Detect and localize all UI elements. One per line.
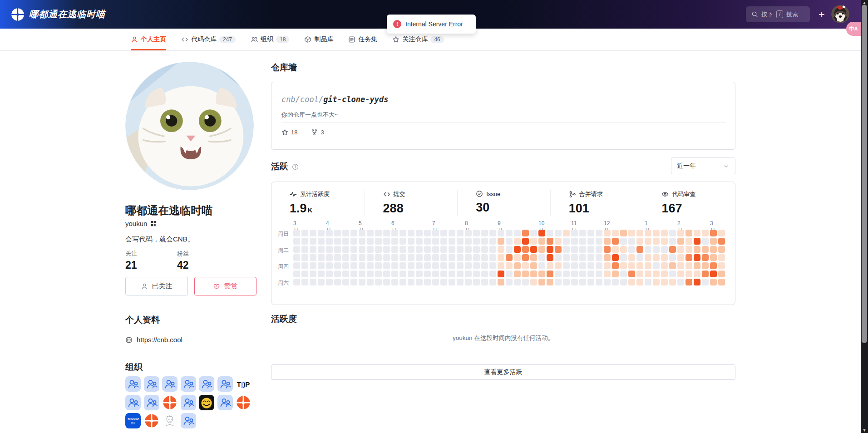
heatmap-cell[interactable] <box>449 262 455 269</box>
heatmap-cell[interactable] <box>718 262 725 269</box>
heatmap-cell[interactable] <box>645 246 651 253</box>
heatmap-cell[interactable] <box>391 246 398 253</box>
heatmap-cell[interactable] <box>326 254 333 261</box>
heatmap-cell[interactable] <box>522 230 529 236</box>
heatmap-cell[interactable] <box>383 230 390 236</box>
heatmap-cell[interactable] <box>399 271 406 277</box>
heatmap-cell[interactable] <box>293 238 300 245</box>
heatmap-cell[interactable] <box>514 254 521 261</box>
heatmap-cell[interactable] <box>367 262 374 269</box>
heatmap-cell[interactable] <box>375 254 382 261</box>
heatmap-cell[interactable] <box>457 279 464 285</box>
heatmap-cell[interactable] <box>383 254 390 261</box>
qr-code-icon[interactable] <box>150 220 157 227</box>
heatmap-cell[interactable] <box>587 246 594 253</box>
heatmap-cell[interactable] <box>375 230 382 236</box>
heatmap-cell[interactable] <box>677 279 684 285</box>
heatmap-cell[interactable] <box>645 254 651 261</box>
heatmap-cell[interactable] <box>326 262 333 269</box>
heatmap-cell[interactable] <box>326 246 333 253</box>
heatmap-cell[interactable] <box>359 254 365 261</box>
heatmap-cell[interactable] <box>375 271 382 277</box>
heatmap-cell[interactable] <box>702 254 709 261</box>
heatmap-cell[interactable] <box>718 246 725 253</box>
heatmap-cell[interactable] <box>457 262 464 269</box>
heatmap-cell[interactable] <box>465 246 472 253</box>
heatmap-cell[interactable] <box>457 238 464 245</box>
heatmap-cell[interactable] <box>391 262 398 269</box>
heatmap-cell[interactable] <box>563 271 570 277</box>
heatmap-cell[interactable] <box>440 271 447 277</box>
heatmap-cell[interactable] <box>301 254 308 261</box>
heatmap-cell[interactable] <box>481 254 488 261</box>
heatmap-cell[interactable] <box>661 279 668 285</box>
heatmap-cell[interactable] <box>628 279 635 285</box>
heatmap-cell[interactable] <box>375 246 382 253</box>
org-item-smiley[interactable] <box>199 395 214 410</box>
heatmap-cell[interactable] <box>481 246 488 253</box>
heatmap-cell[interactable] <box>367 279 374 285</box>
org-item-people[interactable] <box>125 376 141 392</box>
heatmap-cell[interactable] <box>653 279 660 285</box>
heatmap-cell[interactable] <box>481 230 488 236</box>
heatmap-cell[interactable] <box>636 246 643 253</box>
navbar-brand[interactable]: 哪都通在逃临时喵 <box>11 0 105 29</box>
heatmap-cell[interactable] <box>473 230 480 236</box>
heatmap-cell[interactable] <box>612 238 619 245</box>
heatmap-cell[interactable] <box>440 279 447 285</box>
heatmap-cell[interactable] <box>718 254 725 261</box>
heatmap-cell[interactable] <box>457 230 464 236</box>
heatmap-cell[interactable] <box>293 246 300 253</box>
heatmap-cell[interactable] <box>710 271 717 277</box>
heatmap-cell[interactable] <box>440 262 447 269</box>
tab-任务集[interactable]: 任务集 <box>348 29 377 50</box>
heatmap-cell[interactable] <box>604 279 611 285</box>
heatmap-cell[interactable] <box>579 262 586 269</box>
heatmap-cell[interactable] <box>481 279 488 285</box>
heatmap-cell[interactable] <box>310 254 316 261</box>
heatmap-cell[interactable] <box>514 230 521 236</box>
org-item-cnb[interactable] <box>144 413 159 428</box>
heatmap-cell[interactable] <box>686 271 692 277</box>
sponsor-button[interactable]: ¥ 赞赏 <box>194 277 257 295</box>
heatmap-cell[interactable] <box>432 279 439 285</box>
heatmap-cell[interactable] <box>350 254 357 261</box>
heatmap-cell[interactable] <box>334 279 341 285</box>
repo-title[interactable]: cnb/cool/git-clone-yyds <box>281 95 388 104</box>
heatmap-cell[interactable] <box>604 238 611 245</box>
heatmap-cell[interactable] <box>432 262 439 269</box>
heatmap-cell[interactable] <box>326 230 333 236</box>
heatmap-cell[interactable] <box>661 238 668 245</box>
heatmap-cell[interactable] <box>473 262 480 269</box>
heatmap-cell[interactable] <box>399 254 406 261</box>
heatmap-cell[interactable] <box>677 262 684 269</box>
heatmap-cell[interactable] <box>416 271 423 277</box>
heatmap-cell[interactable] <box>538 262 545 269</box>
heatmap-cell[interactable] <box>645 279 651 285</box>
heatmap-cell[interactable] <box>473 271 480 277</box>
heatmap-cell[interactable] <box>465 262 472 269</box>
heatmap-cell[interactable] <box>367 238 374 245</box>
heatmap-cell[interactable] <box>555 238 562 245</box>
heatmap-cell[interactable] <box>710 254 717 261</box>
info-icon[interactable] <box>292 163 299 170</box>
heatmap-cell[interactable] <box>645 238 651 245</box>
heatmap-cell[interactable] <box>538 246 545 253</box>
heatmap-cell[interactable] <box>424 262 431 269</box>
heatmap-cell[interactable] <box>334 246 341 253</box>
heatmap-cell[interactable] <box>375 262 382 269</box>
heatmap-cell[interactable] <box>457 246 464 253</box>
heatmap-cell[interactable] <box>481 271 488 277</box>
heatmap-cell[interactable] <box>677 246 684 253</box>
heatmap-cell[interactable] <box>628 246 635 253</box>
heatmap-cell[interactable] <box>342 238 349 245</box>
followed-button[interactable]: 已关注 <box>125 277 188 295</box>
heatmap-cell[interactable] <box>710 230 717 236</box>
heatmap-cell[interactable] <box>718 271 725 277</box>
heatmap-cell[interactable] <box>489 262 496 269</box>
heatmap-cell[interactable] <box>310 238 316 245</box>
heatmap-cell[interactable] <box>416 230 423 236</box>
heatmap-cell[interactable] <box>620 262 627 269</box>
heatmap-cell[interactable] <box>359 230 365 236</box>
heatmap-cell[interactable] <box>547 246 553 253</box>
